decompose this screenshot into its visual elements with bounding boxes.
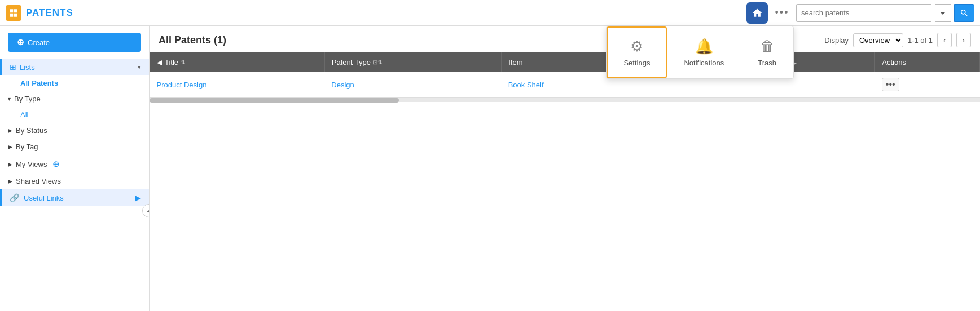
content-header: All Patents (1) Display Overview 1-1 of … bbox=[150, 26, 980, 52]
sidebar-group-shared-views[interactable]: ▶ Shared Views bbox=[0, 173, 149, 189]
by-status-label: By Status bbox=[16, 126, 47, 135]
table-row: Product Design Design Book Shelf ••• bbox=[150, 72, 980, 97]
main-layout: ⊕ Create ⊞ Lists ▾ All Patents ▾ By Type… bbox=[0, 26, 980, 311]
trash-dropdown-item[interactable]: 🗑 Trash bbox=[741, 26, 793, 78]
col-header-actions: Actions bbox=[875, 52, 980, 72]
lists-chevron-icon: ▾ bbox=[138, 64, 141, 71]
sidebar-collapse-button[interactable]: ◀ bbox=[142, 204, 150, 217]
sidebar-group-my-views[interactable]: ▶ My Views ⊕ bbox=[0, 155, 149, 173]
lists-label: Lists bbox=[20, 63, 134, 72]
sidebar-group-by-status[interactable]: ▶ By Status bbox=[0, 122, 149, 139]
search-input[interactable] bbox=[796, 4, 931, 22]
next-page-button[interactable]: › bbox=[956, 33, 971, 47]
create-label: Create bbox=[28, 38, 50, 47]
search-go-button[interactable] bbox=[954, 4, 974, 22]
svg-rect-2 bbox=[10, 13, 13, 16]
by-tag-chevron-icon: ▶ bbox=[8, 144, 12, 150]
display-select[interactable]: Overview bbox=[853, 33, 903, 47]
row-actions-button[interactable]: ••• bbox=[882, 78, 899, 91]
all-type-label: All bbox=[20, 110, 28, 119]
prev-page-button[interactable]: ‹ bbox=[937, 33, 952, 47]
horizontal-scrollbar[interactable] bbox=[150, 97, 980, 102]
table-body: Product Design Design Book Shelf ••• bbox=[150, 72, 980, 97]
sidebar-item-lists[interactable]: ⊞ Lists ▾ bbox=[0, 59, 149, 75]
sidebar: ⊕ Create ⊞ Lists ▾ All Patents ▾ By Type… bbox=[0, 26, 150, 311]
by-status-chevron-icon: ▶ bbox=[8, 127, 12, 134]
table-header-row: ◀ Title ⇅ Patent Type ⊡⇅ bbox=[150, 52, 980, 72]
pagination-info: 1-1 of 1 bbox=[908, 36, 933, 45]
app-logo: PATENTS bbox=[6, 5, 130, 21]
svg-rect-3 bbox=[14, 13, 17, 16]
content-area: All Patents (1) Display Overview 1-1 of … bbox=[150, 26, 980, 311]
top-navbar: PATENTS ••• bbox=[0, 0, 980, 26]
cell-actions[interactable]: ••• bbox=[875, 72, 980, 97]
my-views-add-icon[interactable]: ⊕ bbox=[52, 159, 60, 169]
sidebar-item-all-patents[interactable]: All Patents bbox=[0, 75, 149, 91]
sidebar-group-by-tag[interactable]: ▶ By Tag bbox=[0, 139, 149, 155]
settings-dropdown-item[interactable]: ⚙ Settings bbox=[607, 26, 667, 78]
notifications-icon: 🔔 bbox=[695, 38, 713, 55]
by-type-chevron-icon: ▾ bbox=[8, 96, 11, 102]
scrollbar-thumb[interactable] bbox=[150, 98, 399, 103]
settings-icon: ⚙ bbox=[630, 38, 643, 55]
data-table: ◀ Title ⇅ Patent Type ⊡⇅ bbox=[150, 52, 980, 97]
settings-dropdown: ⚙ Settings 🔔 Notifications 🗑 Trash bbox=[606, 26, 794, 79]
col-header-patent-type: Patent Type ⊡⇅ bbox=[324, 52, 501, 72]
lists-grid-icon: ⊞ bbox=[10, 63, 16, 72]
plus-icon: ⊕ bbox=[17, 37, 24, 47]
useful-links-label: Useful Links bbox=[24, 194, 130, 202]
col-header-title: ◀ Title ⇅ bbox=[150, 52, 325, 72]
all-patents-label: All Patents bbox=[20, 79, 58, 87]
sidebar-item-useful-links[interactable]: 🔗 Useful Links ▶ bbox=[0, 189, 149, 206]
settings-label: Settings bbox=[623, 59, 650, 67]
display-label: Display bbox=[824, 36, 849, 45]
shared-views-label: Shared Views bbox=[16, 177, 61, 185]
display-controls: Display Overview 1-1 of 1 ‹ › bbox=[824, 33, 971, 47]
notifications-label: Notifications bbox=[684, 59, 724, 67]
table-header: ◀ Title ⇅ Patent Type ⊡⇅ bbox=[150, 52, 980, 72]
col-patent-type-sort-icon: ⊡⇅ bbox=[373, 59, 382, 65]
svg-rect-1 bbox=[14, 9, 17, 12]
sidebar-group-by-type[interactable]: ▾ By Type bbox=[0, 91, 149, 107]
useful-links-chevron-icon: ▶ bbox=[135, 193, 141, 202]
more-options-button[interactable]: ••• bbox=[771, 2, 793, 24]
app-title: PATENTS bbox=[26, 7, 73, 19]
create-button[interactable]: ⊕ Create bbox=[8, 33, 141, 52]
shared-views-chevron-icon: ▶ bbox=[8, 178, 12, 184]
navbar-actions: ••• bbox=[746, 2, 974, 24]
cell-title[interactable]: Product Design bbox=[150, 72, 325, 97]
by-tag-label: By Tag bbox=[16, 143, 38, 151]
link-icon: 🔗 bbox=[10, 193, 19, 202]
col-title-prev-icon: ◀ bbox=[157, 58, 162, 66]
table-container: ◀ Title ⇅ Patent Type ⊡⇅ bbox=[150, 52, 980, 311]
app-logo-icon bbox=[6, 5, 21, 21]
my-views-chevron-icon: ▶ bbox=[8, 161, 12, 167]
trash-icon: 🗑 bbox=[760, 38, 775, 55]
by-type-label: By Type bbox=[14, 95, 41, 103]
trash-label: Trash bbox=[758, 59, 776, 67]
col-title-sort-icon: ⇅ bbox=[181, 59, 185, 65]
svg-rect-0 bbox=[10, 9, 13, 12]
home-button[interactable] bbox=[746, 2, 768, 24]
sidebar-item-all-type[interactable]: All bbox=[0, 107, 149, 122]
cell-patent-type: Design bbox=[324, 72, 501, 97]
search-dropdown-button[interactable] bbox=[935, 4, 951, 22]
notifications-dropdown-item[interactable]: 🔔 Notifications bbox=[667, 26, 741, 78]
my-views-label: My Views bbox=[16, 160, 47, 168]
